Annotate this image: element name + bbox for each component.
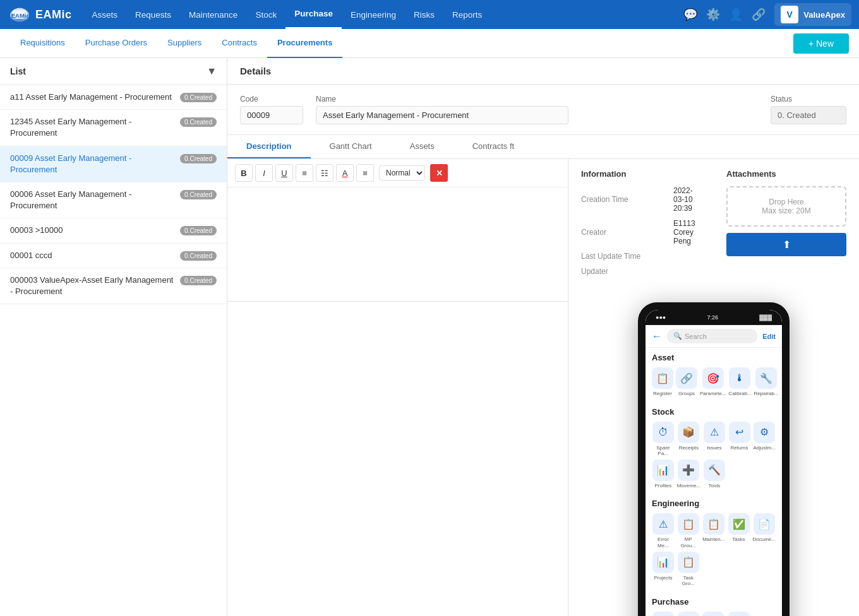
info-attach-section: Information Creation Time 2022-03-10 20:… (568, 159, 859, 292)
list-ul-button[interactable]: ≡ (296, 164, 313, 182)
attachments-section: Attachments Drop Here Max size: 20M ⬆ (726, 169, 846, 282)
phone-grid-item[interactable]: ⚙ Adjustm... (753, 422, 776, 457)
phone-grid-item[interactable]: ➕ Moveme... (677, 459, 700, 489)
phone-grid-label: Spare Pa... (652, 445, 675, 457)
phone-grid-icon: 📋 (678, 552, 699, 573)
status-badge: 0.Created (180, 276, 217, 285)
user-icon[interactable]: 👤 (729, 8, 743, 21)
editor-info-row: B I U ≡ ☷ A ≡ Normal ✕ (227, 159, 859, 616)
phone-grid: 📋 Purchas... 👤 Suppliers 📄 Contract 🛒 Re… (652, 612, 776, 616)
list-item[interactable]: a11 Asset Early Management - Procurement… (0, 85, 227, 110)
drop-zone[interactable]: Drop Here Max size: 20M (726, 186, 846, 227)
information-title: Information (581, 169, 701, 179)
highlight-button[interactable]: A (336, 164, 354, 182)
creation-time-label: Creation Time (581, 195, 663, 204)
tab-gantt[interactable]: Gantt Chart (311, 135, 391, 158)
phone-grid-label: Paramete... (700, 391, 726, 397)
phone-grid-label: MP Grou... (677, 536, 700, 548)
phone-grid-item[interactable]: 👤 Suppliers (677, 612, 700, 616)
clear-format-button[interactable]: ✕ (430, 164, 448, 182)
phone-grid-item[interactable]: ↩ Returns (728, 422, 751, 457)
nav-item-purchase[interactable]: Purchase (285, 0, 342, 29)
phone-grid-item[interactable]: 📋 Purchas... (652, 612, 675, 616)
subnav-suppliers[interactable]: Suppliers (157, 29, 212, 58)
nav-item-requests[interactable]: Requests (126, 0, 180, 29)
list-ol-button[interactable]: ☷ (316, 164, 333, 182)
phone-grid-item[interactable]: ⏱ Spare Pa... (652, 422, 675, 457)
nav-item-reports[interactable]: Reports (443, 0, 491, 29)
phone-grid-icon: 📋 (703, 513, 724, 535)
phone-grid-item[interactable]: 🔗 Groups (676, 367, 697, 397)
nav-item-stock[interactable]: Stock (246, 0, 285, 29)
phone-section: Purchase 📋 Purchas... 👤 Suppliers 📄 Cont… (646, 592, 782, 616)
phone-grid-icon: ⚙ (754, 422, 775, 443)
list-item[interactable]: 00009 Asset Early Management - Procureme… (0, 146, 227, 182)
chat-icon[interactable]: 💬 (683, 8, 697, 21)
phone-grid-item[interactable]: 🛒 Requisiti... (727, 612, 750, 616)
tab-description[interactable]: Description (227, 135, 311, 158)
font-size-select[interactable]: Normal (379, 165, 425, 181)
phone-grid-icon: ↩ (729, 422, 750, 443)
nav-item-maintenance[interactable]: Maintenance (180, 0, 246, 29)
bold-button[interactable]: B (235, 164, 253, 182)
subnav-contracts[interactable]: Contracts (212, 29, 267, 58)
nav-item-assets[interactable]: Assets (83, 0, 127, 29)
phone-grid-item[interactable]: 🔨 Tools (703, 459, 726, 489)
creator-value: E1113 Corey Peng (673, 219, 701, 246)
phone-grid-item[interactable]: 🔧 Repairab... (754, 367, 778, 397)
underline-button[interactable]: U (275, 164, 293, 182)
list-item[interactable]: 00006 Asset Early Management - Procureme… (0, 182, 227, 218)
phone-grid-item[interactable]: 📋 MP Grou... (677, 513, 700, 548)
phone-grid-item[interactable]: ⚠ Issues (703, 422, 726, 457)
phone-grid-item[interactable]: ✅ Tasks (728, 513, 750, 548)
tab-contracts[interactable]: Contracts ft (454, 135, 533, 158)
subnav-procurements[interactable]: Procurements (267, 29, 342, 58)
link-icon[interactable]: 🔗 (752, 8, 766, 21)
phone-grid-label: Repairab... (754, 391, 778, 397)
phone-grid-item[interactable]: 📋 Register (652, 367, 673, 397)
phone-grid-item[interactable]: 📊 Projects (652, 552, 675, 587)
upload-icon: ⬆ (783, 239, 791, 251)
phone-grid-item[interactable]: 📋 Task Gro... (677, 552, 700, 587)
phone-grid-label: Error Me... (652, 536, 675, 548)
logo[interactable]: EAMic EAMic (8, 3, 72, 27)
phone-edit-button[interactable]: Edit (762, 333, 776, 340)
phone-grid-item[interactable]: 📄 Contract (702, 612, 725, 616)
tab-assets[interactable]: Assets (391, 135, 454, 158)
list-item[interactable]: 12345 Asset Early Management - Procureme… (0, 110, 227, 146)
phone-grid-item[interactable]: 📄 Docume... (753, 513, 776, 548)
status-input[interactable] (771, 106, 846, 124)
name-input[interactable] (316, 106, 568, 124)
phone-mockup-wrapper: ●●● 7:26 ▓▓▓ ← 🔍 Search (568, 292, 859, 616)
phone-grid-item[interactable]: 📦 Receipts (677, 422, 700, 457)
italic-button[interactable]: I (255, 164, 273, 182)
valueapex-brand[interactable]: V ValueApex (774, 3, 851, 26)
phone-grid-item[interactable]: ⚠ Error Me... (652, 513, 675, 548)
new-button[interactable]: + New (793, 33, 849, 54)
subnav-purchase-orders[interactable]: Purchase Orders (75, 29, 157, 58)
code-input[interactable] (240, 106, 303, 124)
phone-grid-item[interactable]: 🎯 Paramete... (700, 367, 726, 397)
list-container: a11 Asset Early Management - Procurement… (0, 85, 227, 304)
phone-section-title: Stock (652, 407, 776, 417)
nav-item-risks[interactable]: Risks (405, 0, 443, 29)
phone-grid-icon: 🔧 (755, 367, 777, 389)
align-button[interactable]: ≡ (356, 164, 374, 182)
nav-icons: 💬 ⚙️ 👤 🔗 V ValueApex (683, 3, 851, 26)
phone-search-input[interactable]: 🔍 Search (667, 329, 757, 343)
phone-back-button[interactable]: ← (652, 331, 662, 342)
subnav-requisitions[interactable]: Requisitions (10, 29, 75, 58)
list-item[interactable]: 000003 ValueApex-Asset Early Management … (0, 268, 227, 304)
upload-button[interactable]: ⬆ (726, 233, 846, 256)
nav-item-engineering[interactable]: Engineering (342, 0, 405, 29)
settings-icon[interactable]: ⚙️ (706, 8, 720, 21)
phone-grid-item[interactable]: 📋 Mainten... (702, 513, 725, 548)
phone-grid-icon: 📄 (754, 513, 775, 535)
editor-body[interactable] (227, 187, 568, 301)
status-badge: 0.Created (180, 93, 217, 102)
phone-grid-item[interactable]: 📊 Profiles (652, 459, 675, 489)
list-item[interactable]: 00001 cccd 0.Created (0, 244, 227, 268)
phone-grid-item[interactable]: 🌡 Calibrati... (728, 367, 751, 397)
list-item[interactable]: 00003 >10000 0.Created (0, 218, 227, 243)
filter-icon[interactable]: ▼ (207, 66, 217, 77)
